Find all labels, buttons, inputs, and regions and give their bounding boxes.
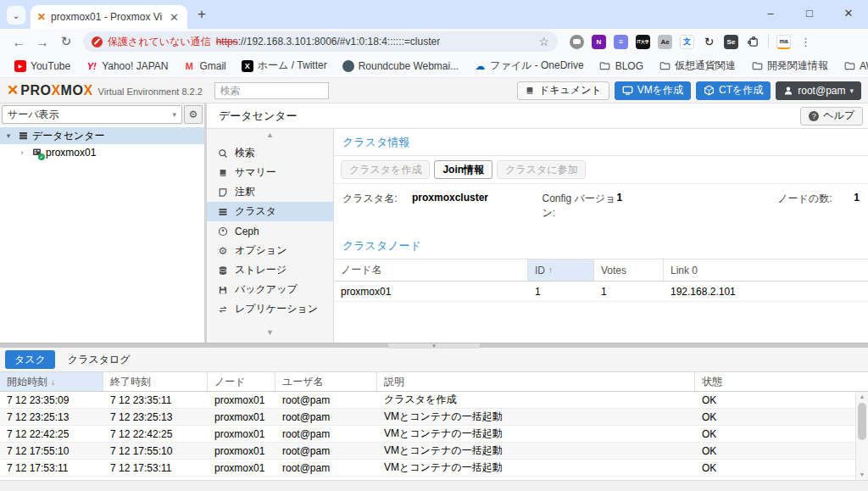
view-mode-select[interactable]: サーバ表示 ▾ — [2, 105, 182, 124]
browser-tab[interactable]: ✕ proxmox01 - Proxmox Virtual E ✕ — [31, 5, 187, 29]
chevron-down-icon[interactable]: ▾ — [3, 131, 14, 140]
task-row[interactable]: 7 12 23:35:09 7 12 23:35:11 proxmox01 ro… — [0, 392, 868, 409]
nav-item-notes[interactable]: 注釈 — [207, 182, 333, 202]
gmail-icon: M — [183, 60, 195, 72]
extensions-row: N ≡ IT大学 Ae 文 ↻ Se ma ⋮ — [570, 35, 813, 49]
docs-extension-icon[interactable]: ≡ — [614, 35, 628, 49]
cluster-content: クラスタ情報 クラスタを作成 Join情報 クラスタに参加 クラスタ名: pro… — [334, 129, 868, 343]
sync-extension-icon[interactable]: ↻ — [702, 35, 716, 49]
col-header-description[interactable]: 説明 — [377, 372, 695, 391]
pve-search-input[interactable] — [214, 82, 329, 99]
chevron-right-icon[interactable]: › — [17, 148, 27, 157]
col-header-id[interactable]: ID↑ — [528, 259, 594, 281]
bookmark-twitter[interactable]: Xホーム / Twitter — [236, 56, 333, 75]
nav-item-cluster[interactable]: クラスタ — [207, 202, 333, 221]
translate-extension-icon[interactable]: 文 — [680, 35, 694, 49]
task-row[interactable]: 7 12 17:55:10 7 12 17:55:10 proxmox01 ro… — [0, 443, 868, 460]
splitter-grip[interactable]: ▼ — [388, 343, 480, 349]
bookmark-yahoo[interactable]: Y!Yahoo! JAPAN — [80, 58, 174, 75]
nav-item-ceph[interactable]: Ceph — [207, 221, 333, 241]
create-ct-button[interactable]: CTを作成 — [696, 81, 771, 100]
it-university-extension-icon[interactable]: IT大学 — [636, 35, 650, 49]
tab-tasks[interactable]: タスク — [5, 350, 55, 369]
bookmark-folder-aws[interactable]: AWS — [837, 58, 868, 75]
tab-close-icon[interactable]: ✕ — [168, 11, 181, 24]
col-header-end-time[interactable]: 終了時刻 — [103, 372, 208, 391]
join-cluster-button: クラスタに参加 — [497, 160, 586, 179]
col-header-link0[interactable]: Link 0 — [664, 259, 868, 281]
task-row[interactable]: 7 12 23:25:13 7 12 23:25:13 proxmox01 ro… — [0, 409, 868, 426]
scrollbar-thumb[interactable] — [858, 403, 866, 440]
scroll-up-icon[interactable]: ▲ — [856, 392, 868, 402]
section-nav: ▲ 検索 サマリー 注釈 クラスタ — [207, 129, 334, 343]
col-header-votes[interactable]: Votes — [594, 259, 664, 281]
col-header-node[interactable]: ノード — [208, 372, 275, 391]
documentation-button[interactable]: ドキュメント — [517, 81, 609, 100]
content-titlebar: データセンター ? ヘルプ — [207, 103, 868, 129]
onenote-extension-icon[interactable]: N — [592, 35, 606, 49]
maximize-button[interactable]: □ — [790, 0, 829, 25]
panel-splitter[interactable]: ▼ — [0, 343, 868, 348]
backup-floppy-icon — [217, 285, 229, 295]
book-icon — [525, 86, 535, 96]
tab-cluster-log[interactable]: クラスタログ — [58, 350, 140, 369]
bookmark-gmail[interactable]: MGmail — [177, 58, 231, 75]
back-button[interactable]: ← — [8, 31, 29, 52]
help-button[interactable]: ? ヘルプ — [800, 107, 863, 126]
bookmark-roundcube[interactable]: Roundcube Webmai... — [337, 58, 465, 75]
folder-icon — [751, 60, 763, 72]
vertical-scrollbar[interactable]: ▲ ▼ — [855, 392, 868, 480]
scroll-down-icon[interactable]: ▼ — [856, 470, 868, 480]
nav-item-options[interactable]: ⚙ オプション — [207, 241, 333, 260]
cluster-node-row[interactable]: proxmox01 1 1 192.168.2.101 — [334, 282, 868, 302]
bookmark-star-icon[interactable]: ☆ — [538, 35, 549, 48]
amazon-extension-icon[interactable]: ma — [776, 35, 791, 49]
reload-button[interactable]: ↻ — [56, 31, 76, 52]
extensions-puzzle-icon[interactable] — [746, 35, 760, 49]
chat-extension-icon[interactable] — [570, 35, 584, 49]
minimize-button[interactable]: – — [751, 0, 790, 25]
tab-search-button[interactable]: ⌄ — [7, 6, 25, 25]
proxmox-favicon-icon: ✕ — [37, 11, 46, 23]
nav-item-backup[interactable]: バックアップ — [207, 280, 333, 299]
monitor-icon — [622, 85, 633, 96]
bookmark-onedrive[interactable]: ☁ファイル - OneDrive — [468, 56, 589, 75]
nav-item-storage[interactable]: ストレージ — [207, 260, 333, 280]
new-tab-button[interactable]: + — [191, 3, 213, 25]
yahoo-icon: Y! — [86, 60, 97, 72]
col-header-node-name[interactable]: ノード名 — [334, 259, 528, 281]
chrome-menu-icon[interactable]: ⋮ — [798, 36, 813, 48]
col-header-user[interactable]: ユーザ名 — [275, 372, 377, 391]
task-row[interactable]: 7 12 17:53:11 7 12 17:53:11 proxmox01 ro… — [0, 460, 868, 477]
horizontal-scrollbar[interactable] — [0, 480, 868, 491]
security-badge[interactable]: 保護されていない通信 — [108, 35, 211, 49]
join-information-button[interactable]: Join情報 — [434, 160, 492, 179]
bookmark-folder-blog[interactable]: BLOG — [593, 58, 649, 75]
proxmox-x-icon: ✕ — [7, 81, 19, 99]
tree-settings-button[interactable]: ⚙ — [184, 105, 203, 124]
nav-item-search[interactable]: 検索 — [207, 143, 333, 163]
user-menu-button[interactable]: root@pam ▾ — [776, 81, 861, 100]
col-header-status[interactable]: 状態 — [695, 372, 868, 391]
nav-scroll-up-icon[interactable]: ▲ — [207, 131, 333, 143]
gear-icon: ⚙ — [189, 109, 198, 120]
tree-item-proxmox01[interactable]: › ✓ proxmox01 — [0, 144, 204, 161]
nav-item-replication[interactable]: レプリケーション — [207, 299, 333, 319]
bookmark-folder-dev[interactable]: 開発関連情報 — [745, 56, 834, 75]
close-button[interactable]: ✕ — [829, 0, 868, 25]
task-row[interactable]: 7 12 22:42:25 7 12 22:42:25 proxmox01 ro… — [0, 426, 868, 443]
create-vm-button[interactable]: VMを作成 — [615, 81, 691, 100]
tree-item-datacenter[interactable]: ▾ データセンター — [0, 127, 204, 144]
not-secure-icon[interactable] — [92, 36, 103, 47]
selenium-extension-icon[interactable]: Se — [724, 35, 738, 49]
col-header-start-time[interactable]: 開始時刻↓ — [0, 372, 103, 391]
bookmarks-bar: ▶YouTube Y!Yahoo! JAPAN MGmail Xホーム / Tw… — [0, 54, 868, 78]
ae-extension-icon[interactable]: Ae — [658, 35, 672, 49]
bookmark-folder-crypto[interactable]: 仮想通貨関連 — [653, 56, 742, 75]
nav-scroll-down-icon[interactable]: ▼ — [207, 328, 333, 341]
bookmark-youtube[interactable]: ▶YouTube — [8, 58, 76, 75]
node-count-value: 1 — [854, 192, 860, 204]
address-bar[interactable]: 保護されていない通信 https://192.168.3.101:8006/#v… — [83, 31, 558, 52]
forward-button[interactable]: → — [32, 31, 53, 52]
nav-item-summary[interactable]: サマリー — [207, 163, 333, 182]
